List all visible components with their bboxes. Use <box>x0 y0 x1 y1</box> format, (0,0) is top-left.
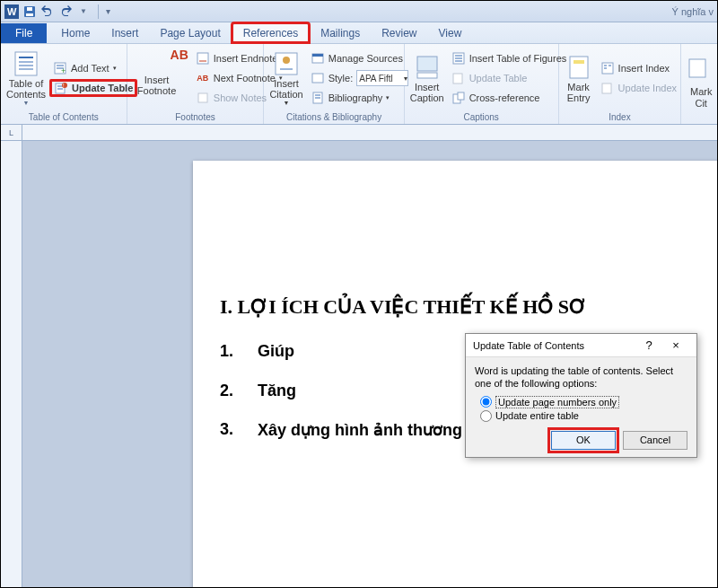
qat-more-icon[interactable]: ▾ <box>106 6 110 16</box>
radio-entire-table[interactable] <box>480 410 492 422</box>
toc-text: Tăng <box>258 382 296 400</box>
chevron-down-icon: ▾ <box>113 65 117 72</box>
dialog-help-button[interactable]: ? <box>635 338 662 352</box>
group-label-index: Index <box>565 110 676 124</box>
mark-entry-button[interactable]: Mark Entry <box>565 48 593 108</box>
svg-rect-31 <box>417 57 437 71</box>
insert-caption-label: Insert Caption <box>410 82 444 103</box>
page-heading: I. LỢI ÍCH CỦA VIỆC THIẾT KẾ HỒ SƠ <box>220 295 717 319</box>
show-notes-icon <box>196 91 210 105</box>
ok-button[interactable]: OK <box>551 431 616 450</box>
dialog-close-button[interactable]: × <box>662 338 689 352</box>
tab-page-layout[interactable]: Page Layout <box>149 23 231 43</box>
svg-rect-40 <box>570 57 588 78</box>
tab-mailings[interactable]: Mailings <box>310 23 371 43</box>
radio-page-numbers[interactable] <box>480 396 492 408</box>
update-index-button: Update Index <box>597 79 680 97</box>
cross-reference-button[interactable]: Cross-reference <box>448 89 571 107</box>
chevron-down-icon: ▾ <box>386 94 390 101</box>
endnote-icon <box>196 51 210 66</box>
style-label: Style: <box>328 73 354 83</box>
add-text-button[interactable]: + Add Text ▾ <box>49 59 137 77</box>
update-index-icon <box>600 81 615 95</box>
insert-citation-label: Insert Citation <box>269 78 302 100</box>
tab-view[interactable]: View <box>428 23 473 43</box>
group-toa: Mark Cit <box>681 44 717 124</box>
tab-file[interactable]: File <box>1 23 47 43</box>
group-index: Mark Entry Insert Index Update Index Ind… <box>559 44 682 124</box>
group-label-toc: Table of Contents <box>6 110 121 124</box>
save-icon[interactable] <box>22 4 37 19</box>
captions-update-table-button: Update Table <box>448 69 571 87</box>
redo-icon[interactable] <box>58 4 73 19</box>
next-footnote-icon: AB <box>196 71 210 85</box>
mark-citation-label: Mark Cit <box>690 86 712 108</box>
option-update-entire-table[interactable]: Update entire table <box>480 410 687 422</box>
qat-separator <box>98 4 99 19</box>
toc-num: 3. <box>220 420 258 440</box>
vertical-ruler[interactable] <box>1 141 22 587</box>
bibliography-button[interactable]: Bibliography ▾ <box>307 89 413 107</box>
undo-icon[interactable] <box>40 4 55 19</box>
update-table-button[interactable]: ! Update Table <box>49 79 137 97</box>
dialog-titlebar: Update Table of Contents ? × <box>466 334 696 357</box>
style-select[interactable]: APA Fiftl ▾ <box>356 70 408 86</box>
tab-review[interactable]: Review <box>371 23 427 43</box>
insert-index-button[interactable]: Insert Index <box>597 59 680 77</box>
horizontal-ruler[interactable] <box>22 125 717 141</box>
group-label-footnotes: Footnotes <box>133 110 258 124</box>
svg-rect-19 <box>197 53 208 64</box>
mark-citation-button[interactable]: Mark Cit <box>687 54 715 113</box>
manage-sources-icon <box>311 51 325 66</box>
table-of-contents-button[interactable]: Table of Contents ▼ <box>6 48 46 108</box>
cross-reference-label: Cross-reference <box>469 92 540 103</box>
group-citations: Insert Citation ▼ Manage Sources Style: … <box>264 44 404 124</box>
update-icon <box>451 71 466 85</box>
titlebar: W ▼ ▾ Ý nghĩa v <box>1 1 717 22</box>
group-label-citations: Citations & Bibliography <box>269 110 398 124</box>
chevron-down-icon: ▼ <box>284 100 290 107</box>
insert-footnote-button[interactable]: Insert Footnote <box>133 49 181 109</box>
update-index-label: Update Index <box>618 83 677 93</box>
qat-dropdown-icon[interactable]: ▼ <box>76 4 91 19</box>
insert-caption-button[interactable]: Insert Caption <box>410 48 444 108</box>
mark-entry-label: Mark Entry <box>567 82 591 103</box>
update-table-label: Update Table <box>72 83 133 93</box>
svg-rect-37 <box>453 74 462 83</box>
svg-text:W: W <box>7 6 17 17</box>
footnote-icon <box>143 62 171 75</box>
dialog-message: Word is updating the table of contents. … <box>475 364 687 391</box>
option-label: Update page numbers only <box>495 396 619 408</box>
group-footnotes: AB Insert Footnote Insert Endnote AB Nex… <box>127 44 265 124</box>
ribbon-tabs: File Home Insert Page Layout References … <box>1 22 717 44</box>
tof-icon <box>451 51 466 66</box>
bibliography-label: Bibliography <box>328 92 383 103</box>
option-update-page-numbers[interactable]: Update page numbers only <box>480 396 687 408</box>
svg-rect-41 <box>574 60 584 64</box>
toc-icon <box>12 49 40 78</box>
manage-sources-button[interactable]: Manage Sources <box>307 49 413 67</box>
caption-icon <box>413 53 442 82</box>
svg-rect-27 <box>312 74 323 83</box>
svg-rect-4 <box>27 7 32 11</box>
insert-tof-button[interactable]: Insert Table of Figures <box>448 49 571 67</box>
cancel-button[interactable]: Cancel <box>623 431 687 450</box>
update-table-icon: ! <box>54 81 68 95</box>
tab-home[interactable]: Home <box>50 23 101 43</box>
dialog-title: Update Table of Contents <box>473 340 584 351</box>
mark-entry-icon <box>565 53 593 82</box>
manage-sources-label: Manage Sources <box>328 53 403 64</box>
mark-citation-icon <box>687 57 715 86</box>
svg-rect-32 <box>417 73 437 78</box>
svg-rect-3 <box>26 13 33 16</box>
add-text-icon: + <box>53 61 67 75</box>
svg-text:+: + <box>61 66 66 75</box>
tab-references[interactable]: References <box>232 22 310 43</box>
svg-point-23 <box>283 57 290 64</box>
tab-insert[interactable]: Insert <box>101 23 149 43</box>
svg-rect-39 <box>458 92 464 100</box>
citation-style-row: Style: APA Fiftl ▾ <box>307 69 413 87</box>
word-app-icon: W <box>4 4 19 19</box>
add-text-label: Add Text <box>71 63 109 74</box>
insert-citation-button[interactable]: Insert Citation ▼ <box>269 48 302 108</box>
